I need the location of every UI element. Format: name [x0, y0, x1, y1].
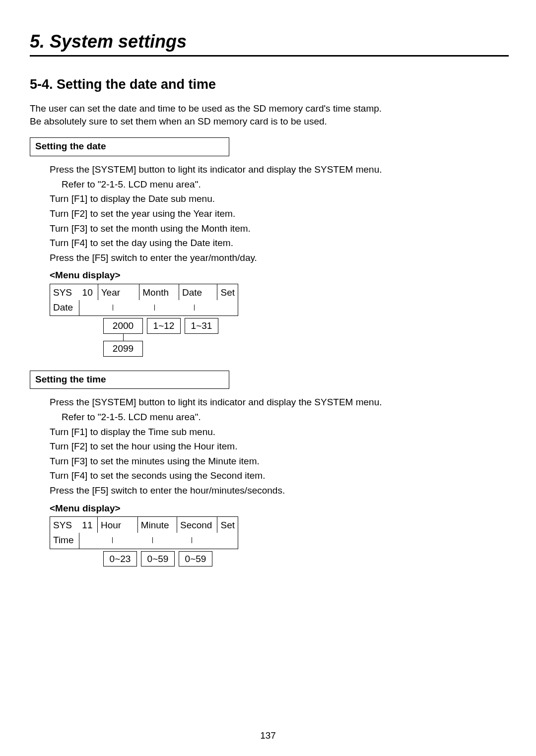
month-range: 1~12: [147, 318, 181, 334]
page: 5. System settings 5-4. Setting the date…: [0, 0, 536, 756]
step: Press the [F5] switch to enter the hour/…: [50, 484, 509, 497]
menu-col: Minute: [137, 517, 177, 533]
menu-sys: SYS: [50, 517, 79, 533]
range-separator: [123, 334, 124, 341]
tick-mark: [154, 305, 155, 311]
time-heading: Setting the time: [35, 374, 106, 384]
menu-sys: SYS: [50, 284, 79, 300]
menu-col: Set: [217, 517, 238, 533]
step: Turn [F1] to display the Date sub menu.: [50, 192, 509, 205]
menu-col: Set: [217, 284, 238, 300]
step-sub: Refer to "2-1-5. LCD menu area".: [62, 411, 509, 424]
section-title: 5-4. Setting the date and time: [30, 75, 509, 93]
time-menu-block: SYS 11 Hour Minute Second Set Time 0~23 …: [50, 516, 509, 567]
time-ranges: 0~23 0~59 0~59: [103, 551, 509, 567]
tick-mark: [113, 305, 113, 311]
date-heading-box: Setting the date: [30, 137, 229, 156]
date-ranges: 2000 2099 1~12 1~31: [103, 318, 509, 356]
year-range-a: 2000: [103, 318, 143, 334]
hour-range: 0~23: [103, 551, 137, 567]
menu-name: Time: [50, 533, 79, 549]
step: Turn [F4] to set the day using the Date …: [50, 237, 509, 250]
time-heading-box: Setting the time: [30, 371, 229, 389]
step: Press the [SYSTEM] button to light its i…: [50, 163, 509, 176]
intro: The user can set the date and time to be…: [30, 102, 509, 127]
step: Turn [F1] to display the Time sub menu.: [50, 426, 509, 439]
date-heading: Setting the date: [35, 141, 106, 151]
minute-range: 0~59: [141, 551, 175, 567]
tick-mark: [194, 305, 195, 311]
menu-display-label: <Menu display>: [50, 502, 509, 515]
menu-col: Date: [179, 284, 217, 300]
date-steps: Press the [SYSTEM] button to light its i…: [50, 163, 509, 264]
step: Turn [F2] to set the year using the Year…: [50, 207, 509, 220]
step: Turn [F2] to set the hour using the Hour…: [50, 440, 509, 453]
step: Press the [SYSTEM] button to light its i…: [50, 396, 509, 409]
tick-mark: [152, 537, 153, 543]
intro-line: The user can set the date and time to be…: [30, 102, 509, 115]
step: Turn [F4] to set the seconds using the S…: [50, 469, 509, 482]
menu-display-label: <Menu display>: [50, 269, 509, 282]
intro-line: Be absolutely sure to set them when an S…: [30, 115, 509, 128]
year-range-stack: 2000 2099: [103, 318, 143, 356]
menu-col: Hour: [97, 517, 137, 533]
date-menu-table: SYS 10 Year Month Date Set Date: [50, 284, 238, 316]
chapter-title: 5. System settings: [30, 30, 509, 57]
menu-num: 11: [79, 517, 97, 533]
second-range: 0~59: [179, 551, 212, 567]
menu-col: Second: [177, 517, 217, 533]
step-sub: Refer to "2-1-5. LCD menu area".: [62, 178, 509, 191]
step: Press the [F5] switch to enter the year/…: [50, 252, 509, 264]
year-range-b: 2099: [103, 341, 143, 357]
date-range: 1~31: [185, 318, 218, 334]
tick-mark: [192, 537, 192, 543]
step: Turn [F3] to set the minutes using the M…: [50, 455, 509, 468]
menu-col: Month: [139, 284, 179, 300]
tick-mark: [112, 537, 113, 543]
time-steps: Press the [SYSTEM] button to light its i…: [50, 396, 509, 497]
menu-name: Date: [50, 300, 79, 316]
time-menu-table: SYS 11 Hour Minute Second Set Time: [50, 516, 238, 549]
step: Turn [F3] to set the month using the Mon…: [50, 222, 509, 235]
menu-num: 10: [79, 284, 98, 300]
page-number: 137: [0, 729, 536, 742]
date-menu-block: SYS 10 Year Month Date Set Date 2000 209…: [50, 284, 509, 357]
menu-col: Year: [98, 284, 139, 300]
